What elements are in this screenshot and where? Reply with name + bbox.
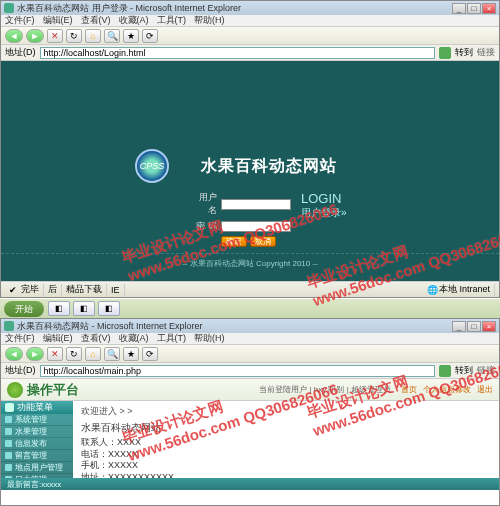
item-icon — [5, 440, 12, 447]
login-submit-button[interactable]: 确定 — [221, 236, 247, 247]
menu-view[interactable]: 查看(V) — [81, 332, 111, 345]
sidebar-item-label: 留言管理 — [15, 450, 47, 461]
status-tab-1[interactable]: 后 — [44, 284, 62, 296]
item-icon — [5, 428, 12, 435]
close-button[interactable]: × — [482, 3, 496, 14]
search-button[interactable]: 🔍 — [104, 29, 120, 43]
sidebar-item-msg[interactable]: 留言管理 — [1, 450, 73, 462]
home-button[interactable]: ⌂ — [85, 29, 101, 43]
go-button[interactable] — [439, 365, 451, 377]
stop-button[interactable]: ✕ — [47, 347, 63, 361]
menu-tools[interactable]: 工具(T) — [157, 14, 187, 27]
admin-footer: 最新留言: xxxxx — [1, 478, 499, 490]
menu-help[interactable]: 帮助(H) — [194, 332, 225, 345]
history-button[interactable]: ⟳ — [142, 29, 158, 43]
sidebar-item-info[interactable]: 信息发布 — [1, 438, 73, 450]
history-button[interactable]: ⟳ — [142, 347, 158, 361]
favorites-button[interactable]: ★ — [123, 29, 139, 43]
maximize-button[interactable]: □ — [467, 321, 481, 332]
menu-fav[interactable]: 收藏(A) — [119, 14, 149, 27]
menu-help[interactable]: 帮助(H) — [194, 14, 225, 27]
menubar: 文件(F) 编辑(E) 查看(V) 收藏(A) 工具(T) 帮助(H) — [1, 333, 499, 345]
admin-userinfo: 当前登陆用户 | hxy 职别 | 超级管理员 — [259, 384, 391, 395]
taskbar-item[interactable]: ◧ — [98, 301, 120, 316]
sidebar-item-label: 系统管理 — [15, 414, 47, 425]
status-tab-3[interactable]: IE — [107, 284, 125, 296]
forward-button[interactable]: ► — [26, 347, 44, 361]
favorites-button[interactable]: ★ — [123, 347, 139, 361]
sidebar-item-user[interactable]: 地点用户管理 — [1, 462, 73, 474]
forward-button[interactable]: ► — [26, 29, 44, 43]
window-title: 水果百科动态网站 用户登录 - Microsoft Internet Explo… — [17, 2, 241, 15]
phone-row: 电话：XXXXX — [81, 449, 491, 461]
menu-file[interactable]: 文件(F) — [5, 332, 35, 345]
sidebar-item-fruit[interactable]: 水果管理 — [1, 426, 73, 438]
start-button[interactable]: 开始 — [4, 301, 44, 317]
links-label[interactable]: 链接 — [477, 46, 495, 59]
go-label: 转到 — [455, 364, 473, 377]
contact-row: 联系人：XXXX — [81, 437, 491, 449]
footer-value: xxxxx — [41, 480, 61, 489]
home-button[interactable]: ⌂ — [85, 347, 101, 361]
address-input[interactable] — [40, 47, 436, 59]
menu-view[interactable]: 查看(V) — [81, 14, 111, 27]
admin-link-logout[interactable]: 退出 — [477, 384, 493, 395]
taskbar-item[interactable]: ◧ — [48, 301, 70, 316]
zone-label: 本地 Intranet — [439, 283, 490, 296]
address-bar: 地址(D) 转到 链接 — [1, 45, 499, 61]
ie-window-login: 水果百科动态网站 用户登录 - Microsoft Internet Explo… — [0, 0, 500, 298]
password-input[interactable] — [221, 221, 291, 232]
login-cancel-button[interactable]: 取消 — [250, 236, 276, 247]
search-button[interactable]: 🔍 — [104, 347, 120, 361]
sidebar-item-system[interactable]: 系统管理 — [1, 414, 73, 426]
go-label: 转到 — [455, 46, 473, 59]
minimize-button[interactable]: _ — [452, 3, 466, 14]
stop-button[interactable]: ✕ — [47, 29, 63, 43]
breadcrumb: 欢迎进入 > > — [81, 405, 491, 418]
status-tab-2[interactable]: 精品下载 — [62, 284, 107, 296]
username-label: 用户名 — [191, 191, 217, 217]
refresh-button[interactable]: ↻ — [66, 29, 82, 43]
close-button[interactable]: × — [482, 321, 496, 332]
menu-fav[interactable]: 收藏(A) — [119, 332, 149, 345]
titlebar[interactable]: 水果百科动态网站 用户登录 - Microsoft Internet Explo… — [1, 1, 499, 15]
menu-file[interactable]: 文件(F) — [5, 14, 35, 27]
login-footer: -- 水果百科动态网站 Copyright 2010 -- — [1, 253, 499, 269]
sidebar-item-label: 信息发布 — [15, 438, 47, 449]
toolbar: ◄ ► ✕ ↻ ⌂ 🔍 ★ ⟳ — [1, 345, 499, 363]
admin-header: 操作平台 当前登陆用户 | hxy 职别 | 超级管理员 首页 个人信息修改 退… — [1, 379, 499, 401]
sidebar-item-label: 水果管理 — [15, 426, 47, 437]
address-input[interactable] — [40, 365, 436, 377]
address-label: 地址(D) — [5, 364, 36, 377]
admin-link-home[interactable]: 首页 — [401, 384, 417, 395]
login-page: CPSS 水果百科动态网站 用户名 密 码 确定 取消 LOGIN 用户登录» … — [1, 61, 499, 283]
menubar: 文件(F) 编辑(E) 查看(V) 收藏(A) 工具(T) 帮助(H) — [1, 15, 499, 27]
go-button[interactable] — [439, 47, 451, 59]
status-done: 完毕 — [21, 283, 39, 296]
menu-tools[interactable]: 工具(T) — [157, 332, 187, 345]
footer-label: 最新留言: — [7, 479, 41, 490]
minimize-button[interactable]: _ — [452, 321, 466, 332]
admin-sidebar: 功能菜单 系统管理 水果管理 信息发布 留言管理 地点用户管理 日志管理 统计查… — [1, 401, 73, 478]
admin-link-profile[interactable]: 个人信息修改 — [423, 384, 471, 395]
window-title: 水果百科动态网站 - Microsoft Internet Explorer — [17, 320, 203, 333]
back-button[interactable]: ◄ — [5, 29, 23, 43]
taskbar-item[interactable]: ◧ — [73, 301, 95, 316]
back-button[interactable]: ◄ — [5, 347, 23, 361]
refresh-button[interactable]: ↻ — [66, 347, 82, 361]
statusbar: ✔完毕 后 精品下载 IE 🌐本地 Intranet — [1, 281, 499, 297]
zone-icon: 🌐 — [427, 285, 437, 295]
username-input[interactable] — [221, 199, 291, 210]
menu-edit[interactable]: 编辑(E) — [43, 14, 73, 27]
titlebar[interactable]: 水果百科动态网站 - Microsoft Internet Explorer _… — [1, 319, 499, 333]
taskbar: 开始 ◧ ◧ ◧ — [0, 298, 500, 318]
ie-window-admin: 水果百科动态网站 - Microsoft Internet Explorer _… — [0, 318, 500, 506]
links-label[interactable]: 链接 — [477, 364, 495, 377]
ie-icon — [4, 321, 14, 331]
admin-title: 操作平台 — [27, 381, 79, 399]
sidebar-item-label: 地点用户管理 — [15, 462, 63, 473]
maximize-button[interactable]: □ — [467, 3, 481, 14]
menu-edit[interactable]: 编辑(E) — [43, 332, 73, 345]
login-side-text: LOGIN 用户登录» — [301, 191, 347, 220]
sidebar-header-label: 功能菜单 — [17, 401, 53, 414]
